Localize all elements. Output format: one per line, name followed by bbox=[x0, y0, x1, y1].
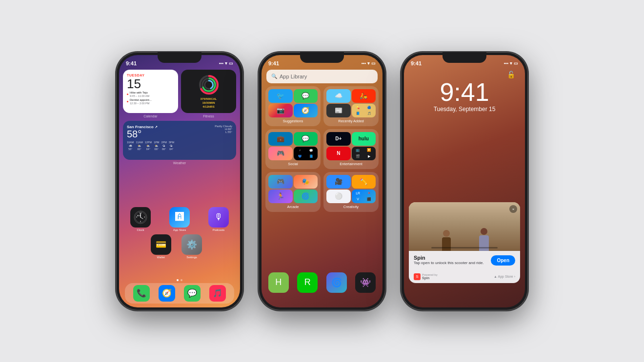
folder-icon-twitter: 🐦 bbox=[268, 89, 293, 103]
app-houzz[interactable]: H bbox=[265, 272, 292, 293]
folder-suggestions[interactable]: 🐦 💬 📷 🧭 Suggestions bbox=[265, 86, 321, 126]
weather-widget-wrap[interactable]: San Francisco ↗ 58° Partly Cloudy H:66° … bbox=[123, 121, 236, 165]
character-icon: 👾 bbox=[355, 272, 376, 293]
folder-icon-messages: 💬 bbox=[294, 89, 318, 103]
app-library-search[interactable]: 🔍 App Library bbox=[266, 70, 378, 83]
app-store-link[interactable]: ▲ App Store › bbox=[494, 275, 515, 278]
widget-row-1: TUESDAY 15 Hike with Tejo 9:45 – 11:00 A… bbox=[123, 70, 236, 118]
notification-close-button[interactable]: × bbox=[509, 205, 517, 213]
folder-name-recently: Recently Added bbox=[326, 119, 376, 123]
notification-content: Spin Tap open to unlock this scooter and… bbox=[409, 251, 520, 271]
notification-card[interactable]: × Spin Tap open to unlock this scooter a… bbox=[409, 202, 520, 283]
page-dots bbox=[119, 279, 240, 281]
folder-name-social: Social bbox=[268, 162, 318, 166]
phone-3-lockscreen: 9:41 ▪▪▪ ▾ ▭ 🔓 9:41 Tuesday, September 1… bbox=[401, 52, 528, 310]
clock-face: 12 6 9 3 BER bbox=[134, 210, 147, 224]
clock-label: Clock bbox=[137, 229, 144, 231]
search-placeholder: App Library bbox=[280, 74, 307, 79]
fitness-label: Fitness bbox=[181, 114, 236, 118]
folder-icon-disney: D+ bbox=[326, 132, 351, 146]
signal-icon-3: ▪▪▪ bbox=[503, 61, 508, 66]
app-settings[interactable]: ⚙️ Settings bbox=[178, 234, 205, 259]
forecast-11am: 11AM ⛅ 60° bbox=[136, 141, 142, 151]
cal-event-2: Dentist appoint... 12:30 – 2:00 PM bbox=[127, 98, 174, 105]
folder-icon-creativity4: LR 🔺 V ⬛ bbox=[352, 190, 376, 203]
phone-1-homescreen: 9:41 ▪▪▪ ▾ ▭ TUESDAY 15 bbox=[116, 52, 243, 310]
folder-entertainment[interactable]: D+ hulu N 📺 ▶️ 🎬 ▶ Entertainment bbox=[323, 129, 379, 169]
status-icons-1: ▪▪▪ ▾ ▭ bbox=[219, 61, 233, 66]
app-row-2: 💳 Wallet ⚙️ Settings bbox=[123, 234, 236, 259]
cal-dot-2 bbox=[127, 101, 128, 102]
weather-forecast: 10AM ☁️ 58° 11AM ⛅ 60° 12PM bbox=[127, 141, 232, 151]
folder-icon-game3: 🏃 bbox=[268, 190, 293, 203]
forecast-3pm: 3PM 🌤 64° bbox=[169, 141, 174, 151]
library-bg: 9:41 ▪▪▪ ▾ ▭ 🔍 App Library 🐦 💬 bbox=[262, 55, 382, 307]
cal-event-1-text: Hike with Tejo 9:45 – 11:00 AM bbox=[130, 91, 149, 97]
notification-title: Spin bbox=[414, 255, 484, 261]
forecast-1pm: 1PM ⛅ 66° bbox=[154, 141, 159, 151]
folder-icon-social3: 🎮 bbox=[268, 147, 293, 160]
app-game-extra[interactable]: 🌀 bbox=[323, 272, 350, 293]
game-extra-icon: 🌀 bbox=[326, 272, 347, 293]
extra-apps: H R 🌀 👾 bbox=[265, 272, 379, 293]
app-appstore[interactable]: 🅰 App Store bbox=[162, 207, 197, 231]
dock-phone[interactable]: 📞 bbox=[133, 285, 150, 302]
fitness-widget-wrap[interactable]: 375/500CAL 19/30MIN 4/12HRS Fitness bbox=[181, 70, 236, 118]
dot-1 bbox=[177, 279, 179, 281]
app-library-grid: 🐦 💬 📷 🧭 Suggestions ☁️ 🛵 📰 💊 bbox=[265, 86, 379, 212]
folder-arcade[interactable]: 🎮 🎭 🏃 🌀 Arcade bbox=[265, 172, 321, 212]
signal-icon-2: ▪▪▪ bbox=[361, 61, 366, 66]
folder-icon-hulu: hulu bbox=[352, 132, 376, 146]
svg-text:BER: BER bbox=[137, 215, 141, 217]
dock-messages[interactable]: 💬 bbox=[184, 285, 201, 302]
fitness-stats: 375/500CAL 19/30MIN 4/12HRS bbox=[200, 97, 217, 109]
folder-icon-social4: ♪ 💬 💙 📘 bbox=[294, 147, 318, 160]
cal-date: 15 bbox=[127, 77, 174, 90]
widgets-area: TUESDAY 15 Hike with Tejo 9:45 – 11:00 A… bbox=[123, 70, 236, 165]
folder-icon-instagram: 📷 bbox=[268, 104, 293, 117]
notch-1 bbox=[158, 52, 201, 63]
calendar-widget[interactable]: TUESDAY 15 Hike with Tejo 9:45 – 11:00 A… bbox=[123, 70, 178, 113]
app-podcasts[interactable]: 🎙 Podcasts bbox=[201, 207, 236, 231]
folder-recently-added[interactable]: ☁️ 🛵 📰 💊 🔵 📘 🎵 Recently Added bbox=[323, 86, 379, 126]
lock-clock-display: 9:41 bbox=[404, 79, 525, 105]
folder-icon-nyt: 📰 bbox=[326, 104, 351, 117]
app-row-1: 12 6 9 3 BER Clock bbox=[123, 207, 236, 231]
folder-name-entertainment: Entertainment bbox=[326, 162, 376, 166]
weather-widget[interactable]: San Francisco ↗ 58° Partly Cloudy H:66° … bbox=[123, 121, 236, 160]
folder-name-arcade: Arcade bbox=[268, 205, 318, 209]
app-wallet[interactable]: 💳 Wallet bbox=[147, 234, 174, 259]
appstore-icon: 🅰 bbox=[169, 207, 190, 228]
podcasts-label: Podcasts bbox=[213, 229, 225, 231]
weather-temp: 58° bbox=[127, 129, 158, 139]
settings-icon: ⚙️ bbox=[181, 234, 202, 255]
folder-icon-game4: 🌀 bbox=[294, 190, 318, 203]
status-time-1: 9:41 bbox=[126, 60, 137, 66]
folder-creativity[interactable]: 🎥 ✏️ ⚪ LR 🔺 V ⬛ Creativity bbox=[323, 172, 379, 212]
forecast-12pm: 12PM ⛅ 64° bbox=[145, 141, 152, 151]
folder-icon-wechat: 💬 bbox=[294, 132, 318, 146]
weather-condition: Partly Cloudy bbox=[215, 125, 232, 128]
app-clock[interactable]: 12 6 9 3 BER Clock bbox=[123, 207, 158, 231]
dock-safari[interactable]: 🧭 bbox=[159, 285, 175, 302]
fitness-widget[interactable]: 375/500CAL 19/30MIN 4/12HRS bbox=[181, 70, 236, 113]
calendar-widget-wrap[interactable]: TUESDAY 15 Hike with Tejo 9:45 – 11:00 A… bbox=[123, 70, 178, 118]
notification-open-button[interactable]: Open bbox=[491, 255, 515, 266]
dot-2 bbox=[181, 279, 182, 281]
app-robinhood[interactable]: R bbox=[295, 272, 321, 293]
notification-body: Tap open to unlock this scooter and ride… bbox=[414, 261, 484, 266]
folder-icon-game1: 🎮 bbox=[268, 175, 293, 189]
forecast-10am: 10AM ☁️ 58° bbox=[127, 141, 134, 151]
folder-social[interactable]: 💼 💬 🎮 ♪ 💬 💙 📘 Social bbox=[265, 129, 321, 169]
folder-icon-game2: 🎭 bbox=[294, 175, 318, 189]
cal-dot-1 bbox=[127, 94, 128, 95]
dock-music[interactable]: 🎵 bbox=[209, 285, 226, 302]
app-grid: 12 6 9 3 BER Clock bbox=[123, 207, 236, 259]
battery-icon-2: ▭ bbox=[371, 61, 376, 66]
cal-event-2-text: Dentist appoint... 12:30 – 2:00 PM bbox=[130, 98, 152, 105]
folder-icon-creativity3: ⚪ bbox=[326, 190, 351, 203]
app-character[interactable]: 👾 bbox=[353, 272, 379, 293]
calendar-label: Calendar bbox=[123, 114, 178, 118]
lock-date-display: Tuesday, September 15 bbox=[404, 106, 525, 113]
settings-label: Settings bbox=[186, 256, 197, 259]
